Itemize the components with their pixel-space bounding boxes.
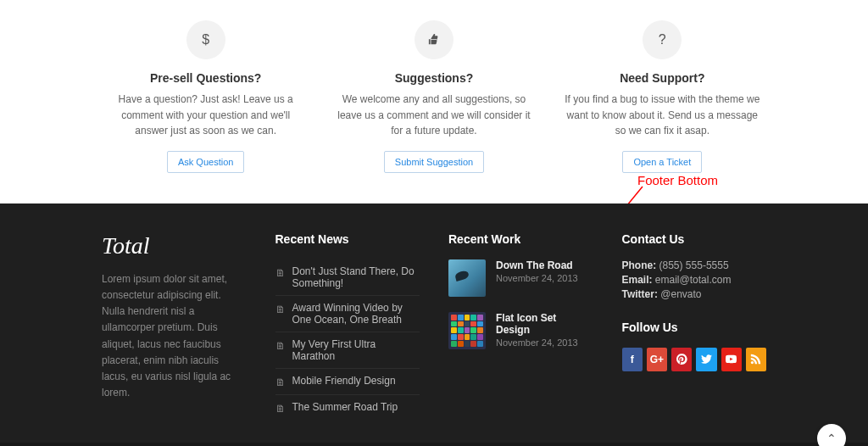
document-icon: 🗎 (275, 304, 286, 315)
ask-question-button[interactable]: Ask Question (167, 151, 244, 173)
pinterest-icon[interactable] (671, 348, 692, 371)
submit-suggestion-button[interactable]: Submit Suggestion (384, 151, 484, 173)
features-row: $ Pre-sell Questions? Have a question? J… (0, 0, 868, 203)
work-thumbnail-icon (448, 259, 486, 297)
news-link: My Very First Ultra Marathon (292, 338, 420, 362)
footer: Total Lorem ipsum dolor sit amet, consec… (0, 203, 868, 446)
work-item[interactable]: Flat Icon Set Design November 24, 2013 (448, 312, 593, 349)
feature-support: ? Need Support? If you find a bug to iss… (559, 20, 766, 173)
social-links: f G+ (622, 348, 767, 371)
feature-title: Pre-sell Questions? (102, 71, 309, 85)
thumbs-up-icon (415, 20, 453, 59)
brand-logo: Total (102, 232, 247, 259)
contact-phone: Phone: (855) 555-5555 (622, 259, 767, 271)
footer-contact-column: Contact Us Phone: (855) 555-5555 Email: … (622, 232, 767, 421)
news-item[interactable]: 🗎The Summer Road Trip (275, 395, 420, 421)
footer-about-column: Total Lorem ipsum dolor sit amet, consec… (102, 232, 247, 421)
svg-point-1 (751, 361, 754, 364)
feature-presell: $ Pre-sell Questions? Have a question? J… (102, 20, 309, 173)
document-icon: 🗎 (275, 376, 286, 388)
contact-heading: Contact Us (622, 232, 767, 246)
footer-work-column: Recent Work Down The Road November 24, 2… (448, 232, 593, 421)
feature-text: If you find a bug to issue with the them… (559, 92, 766, 139)
news-item[interactable]: 🗎Mobile Friendly Design (275, 369, 420, 395)
facebook-icon[interactable]: f (622, 348, 643, 371)
news-item[interactable]: 🗎My Very First Ultra Marathon (275, 332, 420, 369)
dollar-icon: $ (186, 20, 225, 59)
annotation-label: Footer Bottom (637, 173, 718, 187)
chevron-up-icon: ⌃ (826, 432, 837, 445)
footer-bottom-bar: Copyright 2013 - All Rights Reserved ⌂Ho… (0, 443, 868, 446)
news-list: 🗎Don't Just Stand There, Do Something! 🗎… (275, 259, 420, 421)
feature-suggestions: Suggestions? We welcome any and all sugg… (330, 20, 537, 173)
document-icon: 🗎 (275, 267, 286, 279)
news-link: Award Winning Video by One Ocean, One Br… (292, 302, 420, 326)
work-heading: Recent Work (448, 232, 593, 246)
youtube-icon[interactable] (721, 348, 742, 371)
rss-icon[interactable] (746, 348, 766, 371)
feature-text: Have a question? Just ask! Leave us a co… (102, 92, 309, 139)
work-item[interactable]: Down The Road November 24, 2013 (448, 259, 593, 297)
news-heading: Recent News (275, 232, 420, 246)
news-item[interactable]: 🗎Award Winning Video by One Ocean, One B… (275, 296, 420, 332)
document-icon: 🗎 (275, 340, 286, 352)
contact-twitter: Twitter: @envato (622, 288, 767, 300)
feature-title: Need Support? (559, 71, 766, 85)
feature-title: Suggestions? (330, 71, 537, 85)
contact-email: Email: email@total.com (622, 274, 767, 286)
work-date: November 24, 2013 (496, 337, 593, 348)
google-plus-icon[interactable]: G+ (647, 348, 667, 371)
question-icon: ? (643, 20, 682, 59)
news-item[interactable]: 🗎Don't Just Stand There, Do Something! (275, 259, 420, 296)
open-ticket-button[interactable]: Open a Ticket (622, 151, 702, 173)
news-link: The Summer Road Trip (292, 401, 398, 413)
twitter-icon[interactable] (696, 348, 716, 371)
follow-heading: Follow Us (622, 321, 767, 334)
feature-text: We welcome any and all suggestions, so l… (330, 92, 537, 139)
work-title: Down The Road (496, 259, 578, 271)
work-thumbnail-icon (448, 312, 486, 349)
work-date: November 24, 2013 (496, 273, 578, 283)
work-title: Flat Icon Set Design (496, 312, 593, 336)
about-text: Lorem ipsum dolor sit amet, consectetur … (102, 271, 247, 402)
footer-news-column: Recent News 🗎Don't Just Stand There, Do … (275, 232, 420, 421)
news-link: Mobile Friendly Design (292, 375, 396, 387)
document-icon: 🗎 (275, 403, 286, 415)
news-link: Don't Just Stand There, Do Something! (292, 265, 420, 289)
